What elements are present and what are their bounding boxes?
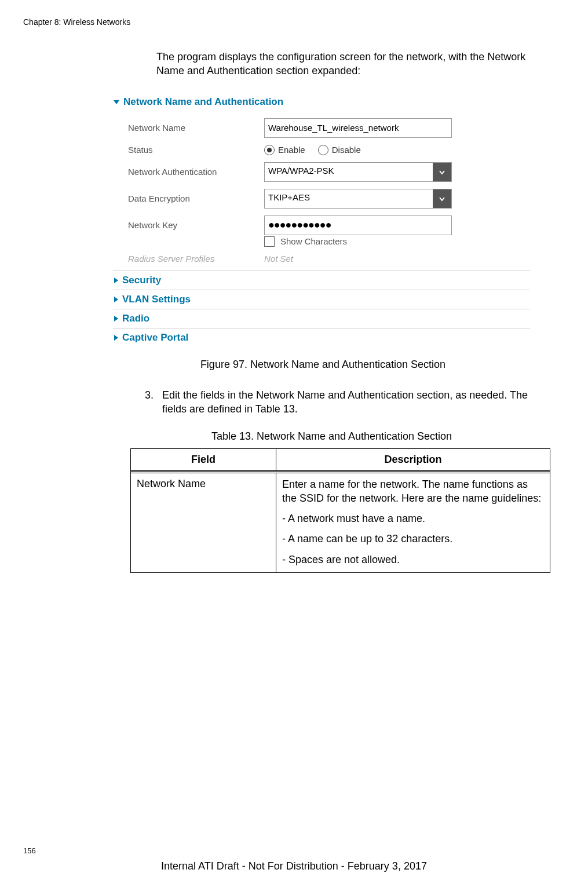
section-label: Security — [122, 275, 161, 286]
section-label: Radio — [122, 313, 149, 324]
dropdown-button[interactable] — [433, 189, 451, 208]
step-number: 3. — [145, 388, 162, 417]
chevron-right-icon — [113, 315, 119, 322]
section-network-name-auth[interactable]: Network Name and Authentication — [113, 93, 530, 111]
network-key-input[interactable] — [264, 215, 452, 235]
th-description: Description — [276, 449, 550, 471]
row-network-name: Network Name — [128, 118, 530, 138]
svg-marker-1 — [114, 277, 118, 283]
table-header-row: Field Description — [131, 449, 550, 471]
row-show-chars: Show Characters — [264, 236, 530, 247]
desc-bullet: - Spaces are not allowed. — [282, 553, 544, 567]
svg-marker-0 — [114, 100, 119, 104]
chevron-down-icon — [438, 168, 446, 176]
net-auth-value: WPA/WPA2-PSK — [265, 163, 433, 181]
section-vlan[interactable]: VLAN Settings — [113, 290, 530, 309]
label-data-enc: Data Encryption — [128, 193, 264, 203]
row-net-auth: Network Authentication WPA/WPA2-PSK — [128, 162, 530, 182]
label-net-key: Network Key — [128, 220, 264, 230]
collapsed-sections: Security VLAN Settings Radio Captive Por… — [113, 271, 530, 347]
row-status: Status Enable Disable — [128, 145, 530, 155]
svg-marker-4 — [114, 335, 118, 341]
data-enc-select[interactable]: TKIP+AES — [264, 189, 452, 209]
status-radio-group: Enable Disable — [264, 145, 361, 155]
figure-caption: Figure 97. Network Name and Authenticati… — [93, 359, 553, 371]
chevron-right-icon — [113, 277, 119, 284]
page-number: 156 — [23, 846, 36, 855]
intro-paragraph: The program displays the configuration s… — [156, 50, 547, 78]
row-data-enc: Data Encryption TKIP+AES — [128, 189, 530, 209]
chevron-right-icon — [113, 334, 119, 341]
table-row: Network Name Enter a name for the networ… — [131, 473, 550, 573]
section-captive-portal[interactable]: Captive Portal — [113, 328, 530, 347]
dropdown-button[interactable] — [433, 163, 451, 181]
row-net-key: Network Key — [128, 215, 530, 235]
svg-marker-3 — [114, 316, 118, 322]
radio-icon — [318, 145, 328, 155]
chapter-header: Chapter 8: Wireless Networks — [23, 17, 553, 27]
radius-value: Not Set — [264, 254, 293, 264]
cell-field: Network Name — [131, 473, 276, 573]
section-label: Captive Portal — [122, 332, 188, 344]
desc-intro: Enter a name for the network. The name f… — [282, 478, 544, 505]
show-chars-label: Show Characters — [280, 236, 347, 246]
form-area: Network Name Status Enable Disable — [128, 118, 530, 264]
desc-bullet: - A name can be up to 32 characters. — [282, 532, 544, 546]
th-field: Field — [131, 449, 276, 471]
radio-disable-label: Disable — [332, 145, 361, 155]
radio-icon — [264, 145, 275, 155]
step-3: 3. Edit the fields in the Network Name a… — [145, 388, 547, 417]
desc-bullet: - A network must have a name. — [282, 512, 544, 525]
section-security[interactable]: Security — [113, 271, 530, 290]
section-radio[interactable]: Radio — [113, 309, 530, 328]
label-net-auth: Network Authentication — [128, 167, 264, 177]
config-screenshot: Network Name and Authentication Network … — [113, 93, 530, 347]
radio-disable[interactable]: Disable — [318, 145, 361, 155]
show-chars-checkbox[interactable] — [264, 236, 275, 247]
label-network-name: Network Name — [128, 123, 264, 133]
network-name-input[interactable] — [264, 118, 452, 138]
label-radius: Radius Server Profiles — [128, 254, 264, 264]
section-title: Network Name and Authentication — [123, 96, 283, 108]
net-auth-select[interactable]: WPA/WPA2-PSK — [264, 162, 452, 182]
row-radius: Radius Server Profiles Not Set — [128, 254, 530, 264]
chevron-down-icon — [113, 98, 120, 105]
radio-enable[interactable]: Enable — [264, 145, 305, 155]
section-label: VLAN Settings — [122, 294, 191, 305]
cell-description: Enter a name for the network. The name f… — [276, 473, 550, 573]
table-caption: Table 13. Network Name and Authenticatio… — [110, 430, 553, 443]
label-status: Status — [128, 145, 264, 155]
footer-text: Internal ATI Draft - Not For Distributio… — [0, 860, 588, 872]
radio-enable-label: Enable — [278, 145, 305, 155]
data-enc-value: TKIP+AES — [265, 189, 433, 208]
chevron-down-icon — [438, 195, 446, 203]
field-description-table: Field Description Network Name Enter a n… — [130, 448, 550, 573]
step-body: Edit the fields in the Network Name and … — [162, 388, 547, 417]
svg-marker-2 — [114, 297, 118, 302]
chevron-right-icon — [113, 296, 119, 303]
